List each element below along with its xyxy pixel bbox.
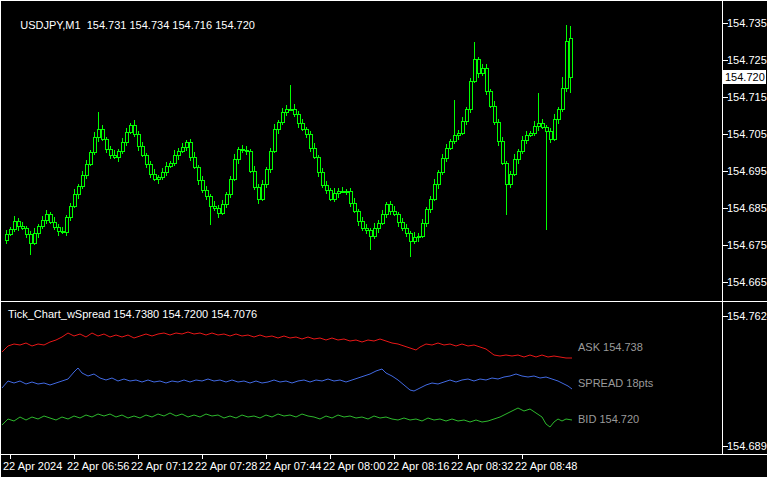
time-tick-label: 22 Apr 06:56 [67, 459, 129, 473]
ask-value-label: ASK 154.738 [578, 340, 643, 354]
time-tick-label: 22 Apr 08:32 [451, 459, 513, 473]
time-tick-label: 22 Apr 07:28 [195, 459, 257, 473]
bid-value-label: BID 154.720 [578, 412, 639, 426]
chart-title: USDJPY,M1 154.731 154.734 154.716 154.72… [8, 4, 255, 46]
current-price-box: 154.720 [723, 70, 766, 84]
symbol-period-label: USDJPY,M1 [20, 19, 80, 31]
time-tick-label: 22 Apr 2024 [3, 459, 62, 473]
tick-panel-axis-label: 154.7624 [727, 309, 767, 323]
price-tick-label: 154.735 [727, 16, 767, 30]
time-tick-label: 22 Apr 07:12 [131, 459, 193, 473]
indicator-title: Tick_Chart_wSpread 154.7380 154.7200 154… [8, 307, 257, 321]
panel-divider[interactable] [0, 299, 767, 305]
ohlc-values: 154.731 154.734 154.716 154.720 [87, 19, 255, 31]
price-tick-label: 154.715 [727, 90, 767, 104]
price-tick-label: 154.705 [727, 127, 767, 141]
price-tick-label: 154.665 [727, 275, 767, 289]
price-tick-label: 154.675 [727, 238, 767, 252]
time-tick-label: 22 Apr 08:48 [515, 459, 577, 473]
time-tick-label: 22 Apr 08:00 [323, 459, 385, 473]
time-tick-label: 22 Apr 07:44 [259, 459, 321, 473]
spread-value-label: SPREAD 18pts [578, 376, 653, 390]
main-chart-area[interactable] [2, 2, 722, 300]
time-tick-label: 22 Apr 08:16 [387, 459, 449, 473]
mt4-chart-window: USDJPY,M1 154.731 154.734 154.716 154.72… [0, 0, 767, 478]
price-tick-label: 154.695 [727, 164, 767, 178]
tick-panel-axis-label: 154.6896 [727, 439, 767, 453]
price-tick-label: 154.725 [727, 53, 767, 67]
price-tick-label: 154.685 [727, 201, 767, 215]
